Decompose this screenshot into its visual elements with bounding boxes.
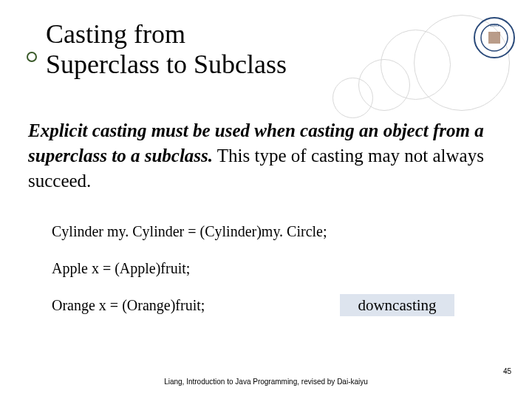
svg-text:1895: 1895 (490, 23, 499, 27)
university-logo-icon: 1895 (473, 16, 516, 59)
slide-title: Casting from Superclass to Subclass (46, 19, 287, 81)
code-line-3: Orange x = (Orange)fruit; (52, 297, 205, 314)
body-paragraph: Explicit casting must be used when casti… (28, 118, 501, 193)
code-line-2: Apple x = (Apple)fruit; (52, 260, 190, 277)
title-line-1: Casting from (46, 19, 185, 49)
downcasting-label: downcasting (340, 294, 454, 316)
code-line-1: Cylinder my. Cylinder = (Cylinder)my. Ci… (52, 223, 327, 240)
page-number: 45 (503, 367, 511, 375)
title-line-2: Superclass to Subclass (46, 50, 287, 79)
footer-citation: Liang, Introduction to Java Programming,… (0, 378, 532, 386)
svg-rect-2 (488, 32, 500, 44)
title-bullet-icon (27, 52, 37, 62)
